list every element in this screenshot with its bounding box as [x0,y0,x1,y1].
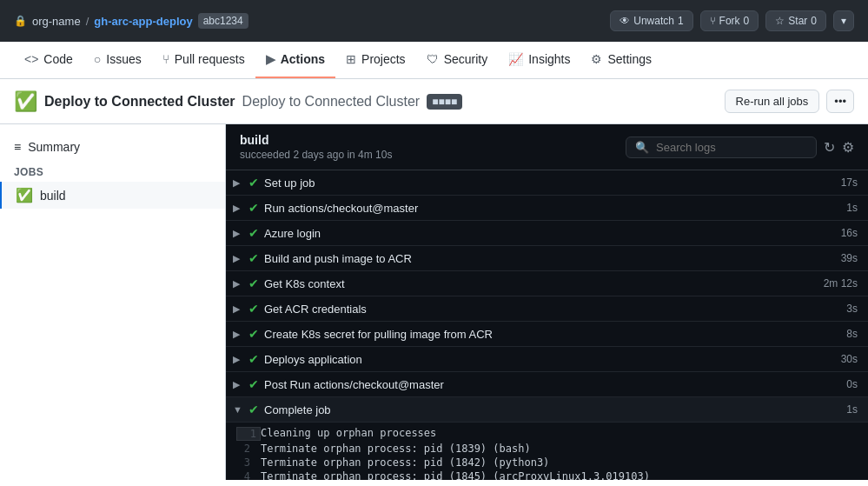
tab-issues[interactable]: ○ Issues [83,42,152,78]
job-success-icon: ✅ [16,187,33,203]
step-azure-login[interactable]: ▶ ✔ Azure login 16s [226,221,868,246]
search-icon: 🔍 [635,141,649,154]
step-check-icon: ✔ [248,327,259,341]
log-header: build succeeded 2 days ago in 4m 10s 🔍 ↻… [226,124,868,170]
log-header-actions: 🔍 ↻ ⚙ [626,136,854,158]
settings-icon: ⚙ [591,52,602,66]
step-check-icon: ✔ [248,352,259,366]
step-time: 17s [841,176,858,189]
step-name: Create K8s secret for pulling image from… [264,328,493,341]
tab-code[interactable]: <> Code [14,42,83,78]
log-line-number: 2 [236,443,261,455]
rerun-all-button[interactable]: Re-run all jobs [725,90,820,113]
tab-actions-label: Actions [281,52,325,66]
log-line: 2 Terminate orphan process: pid (1839) (… [226,442,868,456]
log-title: build [240,133,392,147]
tab-pull-requests[interactable]: ⑂ Pull requests [152,42,255,78]
step-post-checkout[interactable]: ▶ ✔ Post Run actions/checkout@master 0s [226,372,868,397]
step-check-icon: ✔ [248,377,259,391]
step-check-icon: ✔ [248,251,259,265]
search-logs-input[interactable] [656,141,807,154]
security-icon: 🛡 [427,52,439,66]
chevron-right-icon: ▶ [233,228,243,239]
log-title-group: build succeeded 2 days ago in 4m 10s [240,133,392,161]
chevron-right-icon: ▶ [233,203,243,214]
chevron-right-icon: ▶ [233,379,243,390]
tab-insights[interactable]: 📈 Insights [498,42,580,78]
step-setup[interactable]: ▶ ✔ Set up job 17s [226,170,868,196]
refresh-button[interactable]: ↻ [824,139,835,156]
chevron-right-icon: ▶ [233,177,243,189]
chevron-right-icon: ▶ [233,354,243,365]
workflow-title-group: ✅ Deploy to Connected Cluster Deploy to … [14,90,462,113]
workflow-title-text: Deploy to Connected Cluster [44,94,235,110]
step-checkout[interactable]: ▶ ✔ Run actions/checkout@master 1s [226,196,868,221]
step-check-icon: ✔ [248,276,259,290]
chevron-right-icon: ▶ [233,278,243,290]
step-name: Post Run actions/checkout@master [264,378,444,391]
step-k8s-secret[interactable]: ▶ ✔ Create K8s secret for pulling image … [226,322,868,347]
sidebar-item-build[interactable]: ✅ build [0,182,225,209]
issues-icon: ○ [94,52,101,66]
jobs-section-label: Jobs [0,159,225,182]
tab-actions[interactable]: ▶ Actions [255,42,335,78]
log-panel: build succeeded 2 days ago in 4m 10s 🔍 ↻… [226,124,868,480]
step-name: Set up job [264,176,315,190]
tab-security-label: Security [444,52,488,66]
step-build-push[interactable]: ▶ ✔ Build and push image to ACR 39s [226,246,868,271]
step-acr-creds[interactable]: ▶ ✔ Get ACR credentials 3s [226,296,868,322]
tab-security[interactable]: 🛡 Security [416,42,499,78]
tab-pr-label: Pull requests [175,52,245,66]
sidebar: ≡ Summary Jobs ✅ build [0,124,226,480]
chevron-right-icon: ▶ [233,303,243,315]
gear-button[interactable]: ⚙ [842,139,854,156]
chevron-down-icon: ▼ [233,404,243,415]
log-line-number: 1 [236,427,261,441]
step-deploy[interactable]: ▶ ✔ Deploys application 30s [226,347,868,372]
pr-icon: ⑂ [162,52,169,66]
fork-label: Fork [719,15,740,27]
workflow-more-button[interactable]: ••• [826,90,854,113]
header-more-button[interactable]: ▾ [833,10,854,31]
steps-list: ▶ ✔ Set up job 17s ▶ ✔ Run actions/check… [226,170,868,480]
code-icon: <> [24,52,38,66]
tab-settings[interactable]: ⚙ Settings [580,42,662,78]
log-line-content: Cleaning up orphan processes [261,427,436,439]
fork-count: 0 [744,15,750,27]
nav-tabs: <> Code ○ Issues ⑂ Pull requests ▶ Actio… [0,42,868,79]
log-line-content: Terminate orphan process: pid (1845) (ar… [261,470,650,480]
unwatch-button[interactable]: 👁 Unwatch 1 [610,10,692,31]
log-line-content: Terminate orphan process: pid (1839) (ba… [261,443,531,455]
chevron-right-icon: ▶ [233,253,243,264]
job-label: build [40,189,66,203]
step-check-icon: ✔ [248,403,259,416]
org-name[interactable]: org-name [32,15,81,28]
workflow-subtitle: Deploy to Connected Cluster [242,94,421,110]
tab-code-label: Code [43,52,72,66]
step-name: Complete job [264,403,331,416]
step-time: 39s [841,252,858,264]
step-time: 2m 12s [824,277,858,290]
repo-name[interactable]: gh-arc-app-deploy [94,15,192,28]
step-time: 0s [846,378,858,390]
step-time: 30s [841,353,858,365]
tab-projects[interactable]: ⊞ Projects [335,42,416,78]
sidebar-summary-link[interactable]: ≡ Summary [0,135,225,159]
insights-icon: 📈 [508,52,523,66]
step-name: Get ACR credentials [264,303,367,316]
main-content: ≡ Summary Jobs ✅ build build succeeded 2… [0,124,868,480]
unwatch-label: Unwatch [633,15,674,27]
step-k8s-context[interactable]: ▶ ✔ Get K8s context 2m 12s [226,271,868,296]
step-complete-job[interactable]: ▼ ✔ Complete job 1s [226,397,868,423]
workflow-actions: Re-run all jobs ••• [725,90,854,113]
sidebar-summary-label: Summary [28,140,80,154]
actions-icon: ▶ [266,52,275,66]
repo-breadcrumb: 🔒 org-name / gh-arc-app-deploy abc1234 [14,13,248,29]
fork-button[interactable]: ⑂ Fork 0 [700,10,759,31]
star-button[interactable]: ☆ Star 0 [765,10,826,31]
step-name: Build and push image to ACR [264,252,412,265]
step-name: Run actions/checkout@master [264,202,418,215]
log-subtitle: succeeded 2 days ago in 4m 10s [240,149,392,161]
fork-icon: ⑂ [710,15,716,27]
step-time: 1s [846,403,858,416]
